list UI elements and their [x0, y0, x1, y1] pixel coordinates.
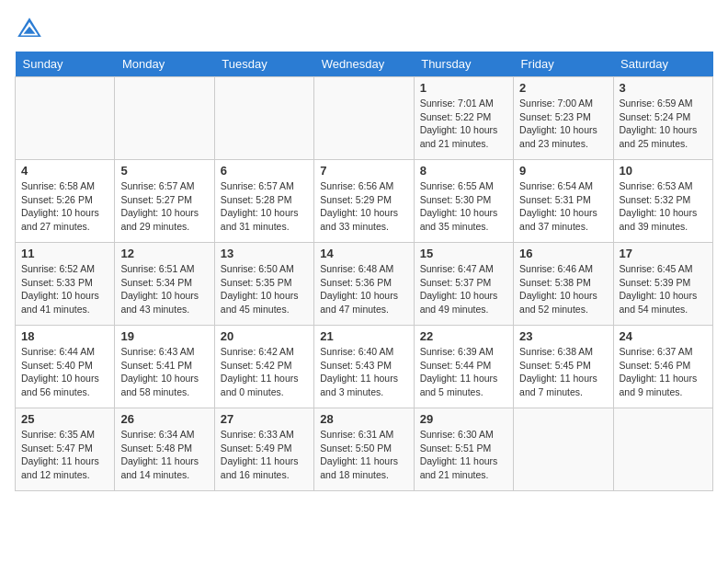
calendar-table: SundayMondayTuesdayWednesdayThursdayFrid… [15, 52, 713, 491]
day-number: 8 [420, 164, 507, 178]
day-number: 13 [221, 247, 308, 260]
day-of-week-header: Friday [514, 52, 613, 77]
day-of-week-header: Tuesday [214, 52, 313, 77]
calendar-body: 1Sunrise: 7:01 AM Sunset: 5:22 PM Daylig… [16, 77, 713, 491]
day-number: 26 [120, 412, 208, 426]
day-info: Sunrise: 6:47 AM Sunset: 5:37 PM Dayligh… [420, 262, 507, 316]
day-number: 9 [519, 164, 607, 178]
day-info: Sunrise: 7:00 AM Sunset: 5:23 PM Dayligh… [519, 97, 607, 151]
day-number: 27 [221, 412, 308, 426]
day-number: 19 [120, 329, 208, 343]
day-of-week-header: Sunday [16, 52, 115, 77]
day-number: 7 [320, 164, 407, 178]
calendar-week-row: 11Sunrise: 6:52 AM Sunset: 5:33 PM Dayli… [16, 243, 713, 326]
calendar-day-cell [16, 77, 115, 160]
day-number: 14 [320, 247, 407, 260]
day-number: 2 [519, 81, 607, 95]
day-info: Sunrise: 6:59 AM Sunset: 5:24 PM Dayligh… [620, 97, 707, 151]
day-of-week-header: Thursday [414, 52, 513, 77]
calendar-day-cell: 8Sunrise: 6:55 AM Sunset: 5:30 PM Daylig… [414, 160, 513, 243]
calendar-day-cell: 29Sunrise: 6:30 AM Sunset: 5:51 PM Dayli… [414, 408, 513, 491]
day-info: Sunrise: 6:46 AM Sunset: 5:38 PM Dayligh… [519, 262, 607, 316]
calendar-day-cell: 17Sunrise: 6:45 AM Sunset: 5:39 PM Dayli… [613, 243, 712, 326]
header-row: SundayMondayTuesdayWednesdayThursdayFrid… [16, 52, 713, 77]
day-info: Sunrise: 6:45 AM Sunset: 5:39 PM Dayligh… [620, 262, 707, 316]
calendar-day-cell: 20Sunrise: 6:42 AM Sunset: 5:42 PM Dayli… [214, 326, 313, 408]
day-info: Sunrise: 6:39 AM Sunset: 5:44 PM Dayligh… [420, 345, 507, 399]
day-number: 1 [420, 81, 507, 95]
day-number: 24 [620, 329, 707, 343]
day-info: Sunrise: 7:01 AM Sunset: 5:22 PM Dayligh… [420, 97, 507, 151]
calendar-day-cell [115, 77, 214, 160]
calendar-day-cell: 11Sunrise: 6:52 AM Sunset: 5:33 PM Dayli… [16, 243, 115, 326]
day-number: 10 [620, 164, 707, 178]
day-info: Sunrise: 6:34 AM Sunset: 5:48 PM Dayligh… [120, 428, 208, 482]
calendar-day-cell [214, 77, 313, 160]
calendar-day-cell: 22Sunrise: 6:39 AM Sunset: 5:44 PM Dayli… [414, 326, 513, 408]
calendar-day-cell: 25Sunrise: 6:35 AM Sunset: 5:47 PM Dayli… [16, 408, 115, 491]
day-info: Sunrise: 6:56 AM Sunset: 5:29 PM Dayligh… [320, 179, 407, 234]
calendar-day-cell: 6Sunrise: 6:57 AM Sunset: 5:28 PM Daylig… [214, 160, 313, 243]
logo-icon [15, 15, 44, 44]
day-info: Sunrise: 6:57 AM Sunset: 5:28 PM Dayligh… [221, 179, 308, 234]
day-info: Sunrise: 6:54 AM Sunset: 5:31 PM Dayligh… [519, 179, 607, 234]
calendar-day-cell: 2Sunrise: 7:00 AM Sunset: 5:23 PM Daylig… [514, 77, 613, 160]
day-info: Sunrise: 6:48 AM Sunset: 5:36 PM Dayligh… [320, 262, 407, 316]
day-number: 21 [320, 329, 407, 343]
day-number: 4 [21, 164, 108, 178]
calendar-day-cell: 21Sunrise: 6:40 AM Sunset: 5:43 PM Dayli… [314, 326, 414, 408]
day-number: 28 [320, 412, 407, 426]
day-info: Sunrise: 6:38 AM Sunset: 5:45 PM Dayligh… [519, 345, 607, 399]
day-info: Sunrise: 6:33 AM Sunset: 5:49 PM Dayligh… [221, 428, 308, 482]
calendar-day-cell: 26Sunrise: 6:34 AM Sunset: 5:48 PM Dayli… [115, 408, 214, 491]
day-number: 23 [519, 329, 607, 343]
calendar-week-row: 18Sunrise: 6:44 AM Sunset: 5:40 PM Dayli… [16, 326, 713, 408]
calendar-week-row: 25Sunrise: 6:35 AM Sunset: 5:47 PM Dayli… [16, 408, 713, 491]
calendar-day-cell: 19Sunrise: 6:43 AM Sunset: 5:41 PM Dayli… [115, 326, 214, 408]
day-info: Sunrise: 6:53 AM Sunset: 5:32 PM Dayligh… [620, 179, 707, 234]
calendar-day-cell: 15Sunrise: 6:47 AM Sunset: 5:37 PM Dayli… [414, 243, 513, 326]
day-number: 16 [519, 247, 607, 260]
day-number: 15 [420, 247, 507, 260]
calendar-day-cell [613, 408, 712, 491]
day-info: Sunrise: 6:40 AM Sunset: 5:43 PM Dayligh… [320, 345, 407, 399]
calendar-day-cell: 10Sunrise: 6:53 AM Sunset: 5:32 PM Dayli… [613, 160, 712, 243]
day-info: Sunrise: 6:37 AM Sunset: 5:46 PM Dayligh… [620, 345, 707, 399]
day-number: 18 [21, 329, 108, 343]
calendar-day-cell: 4Sunrise: 6:58 AM Sunset: 5:26 PM Daylig… [16, 160, 115, 243]
day-of-week-header: Saturday [613, 52, 712, 77]
day-info: Sunrise: 6:42 AM Sunset: 5:42 PM Dayligh… [221, 345, 308, 399]
day-number: 22 [420, 329, 507, 343]
calendar-day-cell: 27Sunrise: 6:33 AM Sunset: 5:49 PM Dayli… [214, 408, 313, 491]
day-number: 5 [120, 164, 208, 178]
calendar-day-cell: 3Sunrise: 6:59 AM Sunset: 5:24 PM Daylig… [613, 77, 712, 160]
calendar-week-row: 4Sunrise: 6:58 AM Sunset: 5:26 PM Daylig… [16, 160, 713, 243]
calendar-day-cell: 24Sunrise: 6:37 AM Sunset: 5:46 PM Dayli… [613, 326, 712, 408]
page-header [15, 15, 713, 44]
day-info: Sunrise: 6:51 AM Sunset: 5:34 PM Dayligh… [120, 262, 208, 316]
day-number: 12 [120, 247, 208, 260]
day-number: 11 [21, 247, 108, 260]
day-number: 3 [620, 81, 707, 95]
calendar-day-cell: 5Sunrise: 6:57 AM Sunset: 5:27 PM Daylig… [115, 160, 214, 243]
day-info: Sunrise: 6:52 AM Sunset: 5:33 PM Dayligh… [21, 262, 108, 316]
day-info: Sunrise: 6:44 AM Sunset: 5:40 PM Dayligh… [21, 345, 108, 399]
calendar-day-cell [514, 408, 613, 491]
calendar-day-cell [314, 77, 414, 160]
day-info: Sunrise: 6:35 AM Sunset: 5:47 PM Dayligh… [21, 428, 108, 482]
day-number: 25 [21, 412, 108, 426]
calendar-day-cell: 13Sunrise: 6:50 AM Sunset: 5:35 PM Dayli… [214, 243, 313, 326]
day-of-week-header: Monday [115, 52, 214, 77]
calendar-day-cell: 18Sunrise: 6:44 AM Sunset: 5:40 PM Dayli… [16, 326, 115, 408]
day-number: 29 [420, 412, 507, 426]
logo [15, 15, 48, 44]
calendar-day-cell: 1Sunrise: 7:01 AM Sunset: 5:22 PM Daylig… [414, 77, 513, 160]
day-info: Sunrise: 6:57 AM Sunset: 5:27 PM Dayligh… [120, 179, 208, 234]
calendar-day-cell: 7Sunrise: 6:56 AM Sunset: 5:29 PM Daylig… [314, 160, 414, 243]
day-info: Sunrise: 6:50 AM Sunset: 5:35 PM Dayligh… [221, 262, 308, 316]
calendar-day-cell: 9Sunrise: 6:54 AM Sunset: 5:31 PM Daylig… [514, 160, 613, 243]
calendar-header: SundayMondayTuesdayWednesdayThursdayFrid… [16, 52, 713, 77]
calendar-day-cell: 23Sunrise: 6:38 AM Sunset: 5:45 PM Dayli… [514, 326, 613, 408]
calendar-week-row: 1Sunrise: 7:01 AM Sunset: 5:22 PM Daylig… [16, 77, 713, 160]
calendar-day-cell: 14Sunrise: 6:48 AM Sunset: 5:36 PM Dayli… [314, 243, 414, 326]
